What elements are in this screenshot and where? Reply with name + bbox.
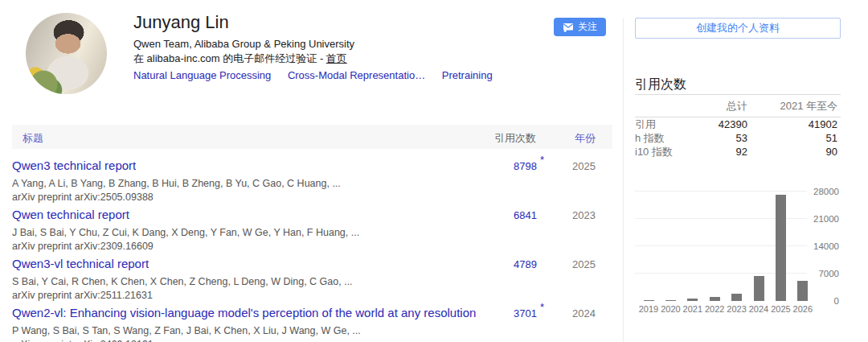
publications-list: Qwen3 technical report A Yang, A Li, B Y…	[12, 149, 612, 342]
chart-bar-2026[interactable]	[797, 281, 808, 301]
publication-authors: P Wang, S Bai, S Tan, S Wang, Z Fan, J B…	[12, 325, 486, 337]
chart-bar-2022[interactable]	[710, 297, 720, 301]
email-verified-line: 在 alibaba-inc.com 的电子邮件经过验证 - 首页	[133, 52, 347, 66]
publications-header-bar: 标题 引用次数 年份	[12, 125, 612, 149]
stats-row-label[interactable]: h 指数	[635, 131, 709, 146]
interest-tags: Natural Language Processing Cross-Modal …	[133, 69, 506, 81]
stats-col-all-header: 总计	[709, 99, 747, 113]
publication-row: Qwen3 technical report A Yang, A Li, B Y…	[12, 149, 612, 198]
publication-title-link[interactable]: Qwen3 technical report	[12, 159, 136, 173]
chart-gridline	[635, 191, 807, 192]
publication-authors: S Bai, Y Cai, R Chen, K Chen, X Chen, Z …	[12, 276, 486, 288]
homepage-link[interactable]: 首页	[326, 52, 347, 64]
chart-ytick-label: 28000	[812, 187, 839, 196]
chart-year-label: 2026	[791, 304, 815, 314]
citations-per-year-chart: 0700014000210002800020192020202120222023…	[635, 185, 841, 315]
stats-row-label[interactable]: 引用	[635, 117, 709, 132]
publication-title-link[interactable]: Qwen technical report	[12, 208, 129, 222]
profile-affiliation: Qwen Team, Alibaba Group & Peking Univer…	[133, 38, 354, 50]
publication-row: Qwen2-vl: Enhancing vision-language mode…	[12, 296, 612, 342]
chart-ytick-label: 14000	[812, 241, 839, 251]
stats-value-since: 51	[747, 132, 841, 144]
sort-by-year-header[interactable]: 年份	[575, 131, 596, 146]
stats-header-row: 总计 2021 年至今	[635, 94, 841, 117]
stats-value-all: 42390	[709, 118, 747, 130]
chart-ytick-label: 7000	[812, 269, 839, 278]
chart-year-label: 2020	[658, 304, 682, 314]
chart-bar-2020[interactable]	[665, 300, 676, 301]
publication-title-link[interactable]: Qwen3-vl technical report	[12, 257, 149, 271]
chart-bar-2019[interactable]	[644, 300, 654, 301]
stats-row-i10index: i10 指数 92 90	[635, 145, 841, 159]
chart-ytick-label: 21000	[812, 214, 839, 224]
chart-bar-2024[interactable]	[754, 276, 764, 301]
sort-by-citations-header[interactable]: 引用次数	[494, 131, 536, 146]
interest-tag-pretraining[interactable]: Pretraining	[442, 69, 493, 81]
profile-name: Junyang Lin	[133, 12, 229, 33]
year-cell: 2025	[526, 258, 596, 270]
publication-title-link[interactable]: Qwen2-vl: Enhancing vision-language mode…	[12, 306, 476, 320]
stats-row-label[interactable]: i10 指数	[635, 145, 709, 159]
envelope-plus-icon	[563, 22, 574, 33]
year-cell: 2025	[526, 160, 596, 172]
publication-row: Qwen3-vl technical report S Bai, Y Cai, …	[12, 247, 612, 296]
chart-year-label: 2022	[702, 304, 727, 314]
chart-bar-2023[interactable]	[731, 294, 742, 301]
stats-value-since: 41902	[747, 118, 841, 130]
interest-tag-nlp[interactable]: Natural Language Processing	[133, 69, 271, 81]
sort-by-title-header[interactable]: 标题	[23, 131, 43, 146]
column-divider	[623, 18, 624, 342]
chart-year-label: 2024	[747, 304, 771, 314]
publication-row: Qwen technical report J Bai, S Bai, Y Ch…	[12, 198, 612, 247]
stats-value-all: 92	[709, 146, 747, 158]
chart-year-label: 2023	[725, 304, 749, 314]
follow-button-label: 关注	[578, 20, 597, 34]
chart-bar-2021[interactable]	[687, 299, 698, 301]
scholar-profile-page: Junyang Lin Qwen Team, Alibaba Group & P…	[0, 0, 868, 342]
publication-authors: A Yang, A Li, B Yang, B Zhang, B Hui, B …	[12, 178, 486, 190]
stats-col-since-header: 2021 年至今	[747, 99, 841, 113]
chart-year-label: 2021	[681, 304, 705, 314]
stats-row-citations: 引用 42390 41902	[635, 117, 841, 131]
publication-venue: arXiv preprint arXiv:2409.12191	[12, 339, 486, 342]
stats-value-since: 90	[747, 146, 841, 158]
publication-authors: J Bai, S Bai, Y Chu, Z Cui, K Dang, X De…	[12, 227, 486, 239]
cited-by-section-title: 引用次数	[635, 76, 686, 93]
create-profile-button[interactable]: 创建我的个人资料	[635, 18, 841, 39]
chart-year-label: 2019	[637, 304, 661, 314]
stats-row-hindex: h 指数 53 51	[635, 131, 841, 145]
year-cell: 2024	[526, 307, 596, 319]
follow-button[interactable]: 关注	[554, 18, 606, 36]
chart-ytick-label: 0	[812, 296, 839, 306]
email-verified-text: 在 alibaba-inc.com 的电子邮件经过验证 -	[133, 52, 326, 64]
profile-photo[interactable]	[26, 13, 107, 94]
year-cell: 2023	[526, 209, 596, 221]
interest-tag-crossmodal[interactable]: Cross-Modal Representatio…	[288, 69, 425, 81]
citation-stats-table: 总计 2021 年至今 引用 42390 41902 h 指数 53 51 i1…	[635, 94, 841, 159]
stats-value-all: 53	[709, 132, 747, 144]
chart-bar-2025[interactable]	[776, 195, 786, 301]
chart-year-label: 2025	[768, 304, 792, 314]
